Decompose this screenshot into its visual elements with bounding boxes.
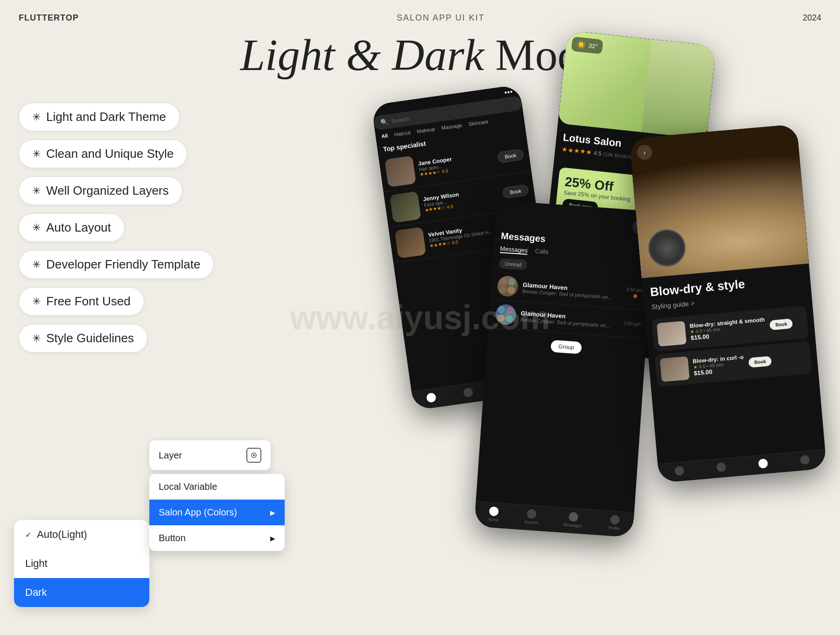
nav-profile[interactable]: Profile xyxy=(608,515,621,531)
sun-icon: ☀️ xyxy=(576,40,586,49)
nav-messages[interactable]: Messages xyxy=(563,512,583,529)
msg-info-1: Glamour Haven Bessie Cooper: Sed ut pers… xyxy=(522,281,622,301)
star-icon: ★ xyxy=(693,364,698,370)
cat-haircut[interactable]: Haircut xyxy=(394,129,411,137)
theme-light-label: Light xyxy=(25,557,48,570)
group-btn-container: Group xyxy=(493,336,639,358)
feature-pill-free-font: ✳ Free Font Used xyxy=(19,287,144,316)
nav-p4-profile[interactable] xyxy=(800,455,810,465)
specialist-avatar-2 xyxy=(390,191,421,223)
app-title: SALON APP UI KIT xyxy=(397,13,485,23)
msg-time-2: 3:50 pm xyxy=(624,320,641,326)
local-variable-label: Local Variable xyxy=(159,481,217,492)
nav-p4-home[interactable] xyxy=(674,466,685,476)
feature-label: Clean and Unique Style xyxy=(46,147,174,161)
theme-dark-label: Dark xyxy=(25,586,47,599)
asterisk-icon: ✳ xyxy=(32,259,41,271)
book-button-1[interactable]: Book xyxy=(497,148,524,163)
unread-filter[interactable]: Unread xyxy=(499,258,527,270)
rating-value: 4.5 xyxy=(594,149,602,157)
notification-dot xyxy=(633,294,637,298)
button-item[interactable]: Button ▶ xyxy=(149,525,285,551)
cat-massage[interactable]: Massage xyxy=(441,122,462,131)
nav-home[interactable]: Home xyxy=(487,506,499,522)
msg-notif-1 xyxy=(633,294,643,303)
phone-3: 🔍 Messages Messages Calls Unread xyxy=(474,200,655,537)
salon-colors-label: Salon App (Colors) xyxy=(159,507,237,518)
cat-makeup[interactable]: Makeup xyxy=(416,126,435,134)
service-details-1: Blow-dry: straight & smooth ★ 4.5 • 45 m… xyxy=(689,316,766,341)
specialist-info-1: Jane Cooper Hair spec... ★★★★☆ 4.0 xyxy=(418,150,494,177)
msg-avatar-2 xyxy=(495,303,517,325)
specialist-info-3: Velvet Vanity 1901 Thornridge Cir Shiloh… xyxy=(427,221,504,248)
year-label: 2024 xyxy=(803,13,821,23)
nav-search[interactable]: Search xyxy=(524,509,539,525)
messages-nav-label: Messages xyxy=(563,522,583,529)
phone4-bottom-nav xyxy=(658,449,826,483)
back-icon: ‹ xyxy=(643,148,646,156)
button-label: Button xyxy=(159,533,186,543)
salon-colors-item[interactable]: Salon App (Colors) ▶ xyxy=(149,500,285,525)
cat-skincare[interactable]: Skincare xyxy=(468,119,489,127)
asterisk-icon: ✳ xyxy=(32,185,41,197)
nav-p4-book[interactable] xyxy=(758,459,768,469)
theme-auto-label: Auto(Light) xyxy=(37,529,87,541)
feature-pill-light-dark: ✳ Light and Dark Theme xyxy=(19,103,180,131)
cat-all[interactable]: All xyxy=(381,133,388,139)
arrow-icon: ▶ xyxy=(270,535,275,542)
msg-meta-1: 3:50 pm xyxy=(625,286,643,303)
feature-label: Style Guidelines xyxy=(46,331,134,346)
phone-4: ‹ Blow-dry & style Styling guide > Blow-… xyxy=(629,124,826,483)
book-button-2[interactable]: Book xyxy=(502,184,529,199)
feature-pill-well-organized: ✳ Well Organized Layers xyxy=(19,176,182,205)
home-icon xyxy=(426,392,437,403)
feature-label: Well Organized Layers xyxy=(46,183,169,198)
asterisk-icon: ✳ xyxy=(32,111,41,123)
specialist-avatar-3 xyxy=(395,227,427,259)
service-details-2: Blow-dry: in curl -o ★ 4.5 • 45 min $15.… xyxy=(693,354,745,377)
messages-nav-icon xyxy=(568,512,578,522)
phone3-screen: 🔍 Messages Messages Calls Unread xyxy=(474,200,655,537)
layer-icon xyxy=(246,448,261,463)
feature-label: Free Font Used xyxy=(46,294,131,309)
service-book-btn-2[interactable]: Book xyxy=(749,356,772,367)
tab-home[interactable] xyxy=(426,392,437,403)
dropdown-menu: Local Variable Salon App (Colors) ▶ Butt… xyxy=(149,474,285,551)
layer-dropdown[interactable]: Layer xyxy=(149,440,271,470)
nav-p4-search[interactable] xyxy=(716,462,727,473)
feature-label: Light and Dark Theme xyxy=(46,110,166,124)
check-icon: ✓ xyxy=(25,530,31,539)
msg-time-1: 3:50 pm xyxy=(626,286,644,292)
local-variable-item[interactable]: Local Variable xyxy=(149,474,285,500)
feature-label: Developer Friendly Template xyxy=(46,257,200,272)
profile-label: Profile xyxy=(608,525,620,531)
feature-pill-auto-layout: ✳ Auto Layout xyxy=(19,213,125,242)
search-placeholder: Search xyxy=(391,115,410,124)
msg-info-2: Glamour Haven Bessie Cooper: Sed ut pers… xyxy=(520,310,620,329)
search-icon: 🔍 xyxy=(380,118,388,126)
search-nav-icon xyxy=(527,509,537,519)
group-button[interactable]: Group xyxy=(551,340,582,354)
home-p4-icon xyxy=(674,466,685,476)
feature-pill-developer: ✳ Developer Friendly Template xyxy=(19,250,214,279)
messages-tab[interactable]: Messages xyxy=(500,245,528,255)
profile-nav-icon xyxy=(610,515,620,525)
specialist-avatar-1 xyxy=(385,155,416,187)
theme-panel: ✓ Auto(Light) Light Dark xyxy=(14,520,149,607)
service-book-btn-1[interactable]: Book xyxy=(770,318,793,330)
blowdry-hero: ‹ xyxy=(629,124,809,278)
service-image-1 xyxy=(657,321,686,346)
arrow-icon: ▶ xyxy=(270,509,275,516)
home-nav-icon xyxy=(489,506,498,516)
salon-hero-image: ☀️ 32° xyxy=(558,30,716,139)
asterisk-icon: ✳ xyxy=(32,296,41,308)
tab-search[interactable] xyxy=(463,387,474,398)
theme-light[interactable]: Light xyxy=(14,549,149,578)
theme-auto-light[interactable]: ✓ Auto(Light) xyxy=(14,520,149,549)
asterisk-icon: ✳ xyxy=(32,222,41,234)
phone4-screen: ‹ Blow-dry & style Styling guide > Blow-… xyxy=(629,124,826,483)
calls-tab[interactable]: Calls xyxy=(535,247,549,256)
dropdown-container: Layer Local Variable Salon App (Colors) … xyxy=(149,440,285,551)
phones-area: ●●● 🔍 Search All Haircut Makeup Massage … xyxy=(355,37,840,621)
theme-dark[interactable]: Dark xyxy=(14,578,149,607)
